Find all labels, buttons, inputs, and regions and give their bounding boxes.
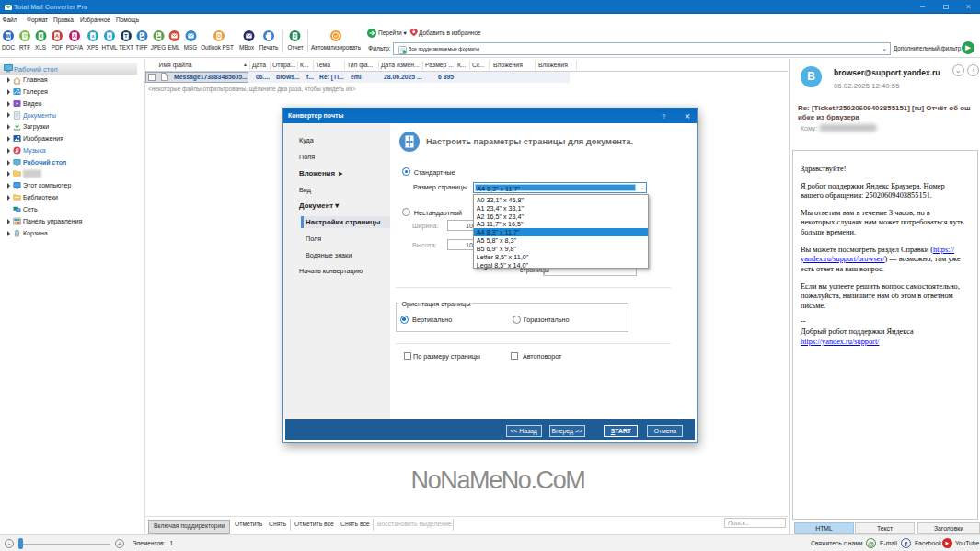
svg-text:X: X xyxy=(40,33,43,39)
svg-text:e: e xyxy=(108,33,110,39)
svg-text:O: O xyxy=(217,33,222,39)
svg-text:A: A xyxy=(55,33,59,39)
svg-text:W: W xyxy=(6,33,11,39)
svg-text:A: A xyxy=(73,33,76,39)
